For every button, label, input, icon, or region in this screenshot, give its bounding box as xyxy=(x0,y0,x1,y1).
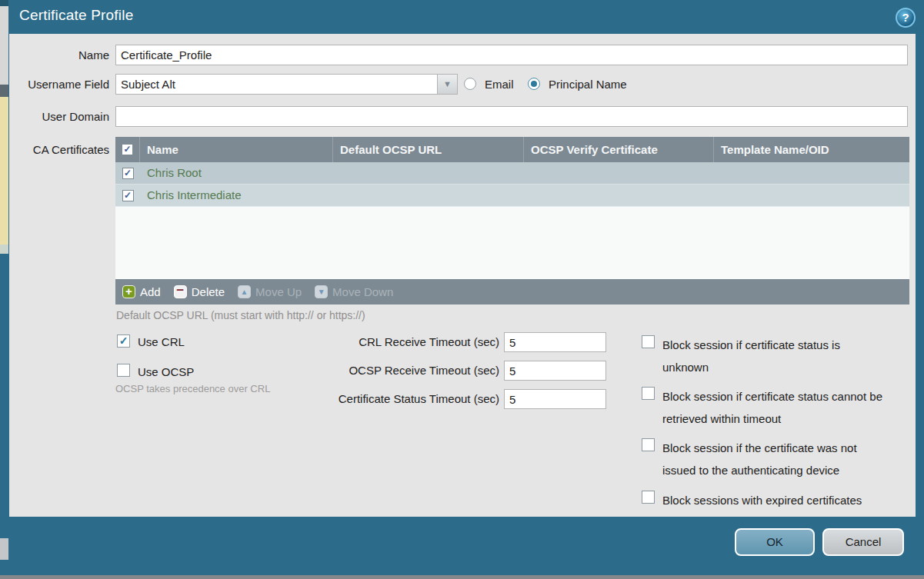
table-empty-area xyxy=(115,207,909,279)
ocsp-receive-timeout-input[interactable] xyxy=(504,361,606,381)
radio-dot-icon xyxy=(531,81,537,87)
certificate-profile-dialog: Certificate Profile ? Name Username Fiel… xyxy=(0,0,924,579)
add-button[interactable]: + Add xyxy=(122,285,161,298)
column-header-template-name-oid: Template Name/OID xyxy=(713,137,909,162)
background-fragment xyxy=(0,245,8,254)
cell-template-name-oid xyxy=(713,185,909,206)
ocsp-receive-timeout-label: OCSP Receive Timeout (sec) xyxy=(199,361,499,381)
checkmark-icon: ✓ xyxy=(118,335,129,346)
checkmark-icon: ✓ xyxy=(123,191,133,200)
add-button-label: Add xyxy=(140,285,161,298)
label-line: unknown xyxy=(662,356,918,378)
background-fragment xyxy=(0,97,8,245)
delete-button-label: Delete xyxy=(192,285,225,298)
background-fragment xyxy=(0,6,8,85)
cell-default-ocsp-url xyxy=(332,185,523,206)
checkmark-icon: ✓ xyxy=(123,168,133,178)
crl-receive-timeout-label: CRL Receive Timeout (sec) xyxy=(199,332,499,352)
block-not-issued-checkbox[interactable] xyxy=(642,438,655,451)
cell-ocsp-verify-certificate xyxy=(523,162,713,184)
username-field-select[interactable]: Subject Alt ▼ xyxy=(115,74,458,95)
background-fragment xyxy=(0,538,8,560)
block-status-unknown-checkbox[interactable] xyxy=(642,335,655,348)
row-checkbox-cell: ✓ xyxy=(115,162,140,184)
username-field-value: Subject Alt xyxy=(121,75,175,94)
move-up-button-label: Move Up xyxy=(255,285,302,298)
block-not-issued-label[interactable]: Block session if the certificate was not… xyxy=(662,437,918,481)
block-expired-checkbox[interactable] xyxy=(642,491,655,504)
block-expired-label[interactable]: Block sessions with expired certificates xyxy=(662,489,918,511)
checkmark-icon: ✓ xyxy=(122,145,132,154)
label-line: issued to the authenticating device xyxy=(662,459,918,481)
delete-button[interactable]: − Delete xyxy=(174,285,225,298)
name-input[interactable] xyxy=(115,45,908,65)
move-down-button-label: Move Down xyxy=(332,285,393,298)
certificate-status-timeout-label: Certificate Status Timeout (sec) xyxy=(199,389,499,409)
cancel-button[interactable]: Cancel xyxy=(822,528,904,556)
cell-ocsp-verify-certificate xyxy=(523,185,713,206)
certificate-status-timeout-input[interactable] xyxy=(504,389,606,409)
move-up-icon: ▲ xyxy=(238,285,251,298)
name-label: Name xyxy=(9,45,109,65)
default-ocsp-url-hint: Default OCSP URL (must start with http:/… xyxy=(116,309,365,321)
radio-email[interactable] xyxy=(464,78,476,90)
row-checkbox[interactable]: ✓ xyxy=(122,168,134,179)
row-checkbox-cell: ✓ xyxy=(115,185,140,206)
radio-email-label[interactable]: Email xyxy=(485,74,514,95)
column-header-default-ocsp-url: Default OCSP URL xyxy=(332,137,523,162)
move-down-icon: ▼ xyxy=(315,285,328,298)
table-toolbar: + Add − Delete ▲ Move Up ▼ Move Down xyxy=(115,279,909,304)
move-down-button: ▼ Move Down xyxy=(315,285,393,298)
background-fragment xyxy=(0,85,8,97)
ok-button[interactable]: OK xyxy=(735,528,815,556)
dialog-body: Name Username Field Subject Alt ▼ Email … xyxy=(9,34,916,517)
column-header-ocsp-verify-certificate: OCSP Verify Certificate xyxy=(523,137,713,162)
row-checkbox[interactable]: ✓ xyxy=(122,190,134,201)
use-ocsp-label[interactable]: Use OCSP xyxy=(138,364,194,380)
add-icon: + xyxy=(122,285,135,298)
dialog-title: Certificate Profile xyxy=(19,7,133,24)
use-crl-checkbox[interactable]: ✓ xyxy=(117,334,130,348)
table-row[interactable]: ✓ Chris Root xyxy=(115,162,909,185)
block-not-retrieved-checkbox[interactable] xyxy=(642,387,655,400)
block-status-unknown-label[interactable]: Block session if certificate status is u… xyxy=(662,334,918,378)
help-icon[interactable]: ? xyxy=(896,8,916,28)
use-ocsp-checkbox[interactable] xyxy=(117,364,130,377)
label-line: retrieved within timeout xyxy=(662,408,918,430)
header-checkbox-cell: ✓ xyxy=(115,137,140,162)
cell-default-ocsp-url xyxy=(332,162,523,184)
label-line: Block session if certificate status cann… xyxy=(662,385,918,408)
move-up-button: ▲ Move Up xyxy=(238,285,302,298)
background-fragment xyxy=(0,0,8,6)
ca-certificates-label: CA Certificates xyxy=(9,139,109,160)
delete-icon: − xyxy=(174,285,187,298)
label-line: Block sessions with expired certificates xyxy=(662,489,918,511)
chevron-down-icon[interactable]: ▼ xyxy=(437,75,457,94)
label-line: Block session if certificate status is xyxy=(662,334,918,356)
select-all-checkbox[interactable]: ✓ xyxy=(122,144,133,155)
background-fragment xyxy=(0,575,924,579)
block-not-retrieved-label[interactable]: Block session if certificate status cann… xyxy=(662,385,918,430)
table-header: ✓ Name Default OCSP URL OCSP Verify Cert… xyxy=(115,137,909,162)
ca-certificates-table: ✓ Name Default OCSP URL OCSP Verify Cert… xyxy=(115,137,909,304)
crl-receive-timeout-input[interactable] xyxy=(504,332,606,352)
radio-principal-name-label[interactable]: Principal Name xyxy=(549,74,627,95)
use-crl-label[interactable]: Use CRL xyxy=(138,334,185,350)
radio-principal-name[interactable] xyxy=(528,78,540,90)
cell-name[interactable]: Chris Intermediate xyxy=(140,185,332,206)
user-domain-label: User Domain xyxy=(9,106,109,127)
label-line: Block session if the certificate was not xyxy=(662,437,918,459)
cell-name[interactable]: Chris Root xyxy=(140,162,332,184)
username-field-label: Username Field xyxy=(9,74,109,95)
column-header-name: Name xyxy=(140,137,332,162)
cell-template-name-oid xyxy=(713,162,909,184)
user-domain-input[interactable] xyxy=(115,106,908,127)
table-row[interactable]: ✓ Chris Intermediate xyxy=(115,185,909,207)
